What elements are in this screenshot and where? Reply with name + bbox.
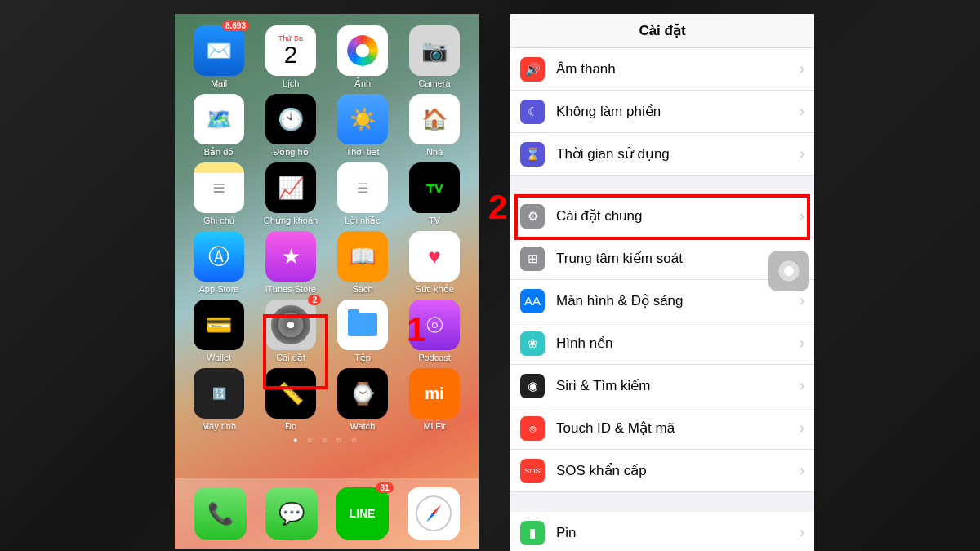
- settings-title: Cài đặt: [510, 14, 814, 48]
- settings-item-7[interactable]: ◉Siri & Tìm kiếm›: [510, 365, 814, 407]
- maps-icon: 🗺️: [194, 94, 244, 144]
- settings-item-label: Thời gian sử dụng: [556, 145, 800, 162]
- app-health[interactable]: ♥ Sức khỏe: [402, 231, 467, 295]
- settings-icon: ◉: [520, 374, 545, 398]
- app-wallet[interactable]: 💳 Wallet: [186, 300, 252, 363]
- app-weather[interactable]: ☀️ Thời tiết: [330, 94, 395, 158]
- app-label: Máy tính: [202, 421, 236, 431]
- settings-item-label: Pin: [556, 525, 800, 541]
- mifit-icon: mi: [409, 368, 460, 419]
- app-photos[interactable]: Ảnh: [330, 25, 395, 89]
- app-calculator[interactable]: 🔢 Máy tính: [186, 368, 252, 431]
- weather-icon: ☀️: [337, 94, 388, 144]
- app-label: Lời nhắc: [345, 216, 380, 226]
- settings-item-label: Không làm phiền: [556, 103, 800, 120]
- app-row: 💳 Wallet 2 Cài đặt Tệp ⦾ Podcast: [175, 300, 479, 363]
- app-clock[interactable]: 🕙 Đồng hồ: [258, 94, 323, 158]
- reminders-icon: ☰: [337, 162, 388, 213]
- app-label: Ảnh: [354, 78, 371, 89]
- app-phone[interactable]: 📞: [194, 487, 247, 540]
- homescreen: ✉️ 8.693 Mail Thứ Ba 2 Lịch Ảnh 📷 Camera: [175, 14, 479, 549]
- app-settings[interactable]: 2 Cài đặt: [258, 300, 323, 363]
- app-home[interactable]: 🏠 Nhà: [402, 94, 467, 158]
- mail-icon: ✉️ 8.693: [194, 25, 244, 76]
- app-label: Sách: [352, 284, 372, 294]
- app-itunes[interactable]: ★ iTunes Store: [258, 231, 323, 295]
- page-indicator[interactable]: ● ○ ○ ○ ○: [175, 436, 479, 444]
- app-tv[interactable]: ᴛᴠ TV: [402, 162, 467, 226]
- app-mifit[interactable]: mi Mi Fit: [402, 368, 467, 431]
- settings-item-10[interactable]: ▮Pin›: [510, 512, 814, 551]
- camera-icon: 📷: [409, 25, 460, 76]
- app-reminders[interactable]: ☰ Lời nhắc: [330, 162, 395, 226]
- calendar-icon: Thứ Ba 2: [265, 25, 316, 76]
- settings-icon: AA: [520, 289, 545, 313]
- settings-icon: ▮: [520, 521, 545, 545]
- app-files[interactable]: Tệp: [330, 300, 395, 363]
- clock-icon: 🕙: [265, 94, 316, 144]
- step-2-label: 2: [488, 188, 507, 227]
- stocks-icon: 📈: [265, 162, 316, 213]
- chevron-right-icon: ›: [800, 60, 804, 78]
- app-row: 🔢 Máy tính 📏 Đo ⌚ Watch mi Mi Fit: [175, 368, 479, 431]
- app-notes[interactable]: ≡ Ghi chú: [186, 162, 252, 226]
- settings-item-label: Trung tâm kiểm soát: [556, 250, 800, 267]
- chevron-right-icon: ›: [800, 377, 804, 394]
- app-label: Mi Fit: [424, 421, 446, 431]
- tv-icon: ᴛᴠ: [409, 162, 460, 213]
- app-label: Podcast: [418, 353, 451, 362]
- app-calendar[interactable]: Thứ Ba 2 Lịch: [258, 25, 323, 89]
- app-label: Ghi chú: [203, 216, 234, 225]
- mail-badge: 8.693: [222, 20, 249, 31]
- settings-icon: ⚙: [520, 204, 545, 229]
- watch-icon: ⌚: [337, 368, 388, 419]
- settings-item-label: Siri & Tìm kiếm: [556, 377, 800, 394]
- files-icon: [337, 300, 388, 350]
- app-label: Camera: [418, 78, 450, 88]
- app-stocks[interactable]: 📈 Chứng khoán: [258, 162, 323, 226]
- settings-icon: ⌛: [520, 142, 545, 167]
- app-row: Ⓐ App Store ★ iTunes Store 📖 Sách ♥ Sức …: [175, 231, 479, 295]
- assistive-touch[interactable]: [768, 251, 809, 291]
- app-mail[interactable]: ✉️ 8.693 Mail: [186, 25, 252, 89]
- app-measure[interactable]: 📏 Đo: [258, 368, 323, 431]
- measure-icon: 📏: [265, 368, 316, 419]
- home-icon: 🏠: [409, 94, 460, 144]
- settings-icon: SOS: [520, 459, 545, 483]
- settings-item-2[interactable]: ⌛Thời gian sử dụng›: [510, 133, 814, 176]
- chevron-right-icon: ›: [800, 462, 804, 479]
- chevron-right-icon: ›: [800, 524, 804, 541]
- books-icon: 📖: [337, 231, 388, 282]
- app-label: Đồng hồ: [273, 147, 308, 158]
- app-line[interactable]: LINE 31: [336, 487, 389, 540]
- settings-item-6[interactable]: ❀Hình nền›: [510, 322, 814, 365]
- app-label: Tệp: [354, 353, 371, 363]
- settings-item-8[interactable]: ⌾Touch ID & Mật mã›: [510, 407, 814, 450]
- settings-item-9[interactable]: SOSSOS khẩn cấp›: [510, 450, 814, 492]
- app-books[interactable]: 📖 Sách: [330, 231, 395, 295]
- app-safari[interactable]: [408, 487, 460, 540]
- chevron-right-icon: ›: [800, 292, 804, 309]
- app-camera[interactable]: 📷 Camera: [402, 25, 467, 89]
- app-appstore[interactable]: Ⓐ App Store: [186, 231, 252, 295]
- app-label: Wallet: [207, 353, 231, 362]
- settings-item-3[interactable]: ⚙Cài đặt chung›: [510, 195, 814, 238]
- app-maps[interactable]: 🗺️ Bản đồ: [186, 94, 252, 158]
- app-label: Đo: [285, 421, 296, 431]
- app-messages[interactable]: 💬: [265, 487, 318, 540]
- wallet-icon: 💳: [194, 300, 244, 350]
- photos-icon: [337, 25, 388, 76]
- settings-list: 🔊Âm thanh›☾Không làm phiền›⌛Thời gian sử…: [510, 48, 814, 551]
- dock: 📞 💬 LINE 31: [175, 478, 479, 549]
- chevron-right-icon: ›: [800, 145, 804, 162]
- settings-item-1[interactable]: ☾Không làm phiền›: [510, 91, 814, 133]
- settings-item-label: SOS khẩn cấp: [556, 462, 800, 479]
- chevron-right-icon: ›: [800, 335, 804, 352]
- settings-item-label: Hình nền: [556, 335, 800, 352]
- settings-item-0[interactable]: 🔊Âm thanh›: [510, 48, 814, 91]
- settings-item-label: Touch ID & Mật mã: [556, 420, 800, 437]
- settings-badge: 2: [308, 295, 321, 305]
- app-watch[interactable]: ⌚ Watch: [330, 368, 395, 431]
- app-label: Chứng khoán: [264, 216, 318, 226]
- chevron-right-icon: ›: [800, 420, 804, 437]
